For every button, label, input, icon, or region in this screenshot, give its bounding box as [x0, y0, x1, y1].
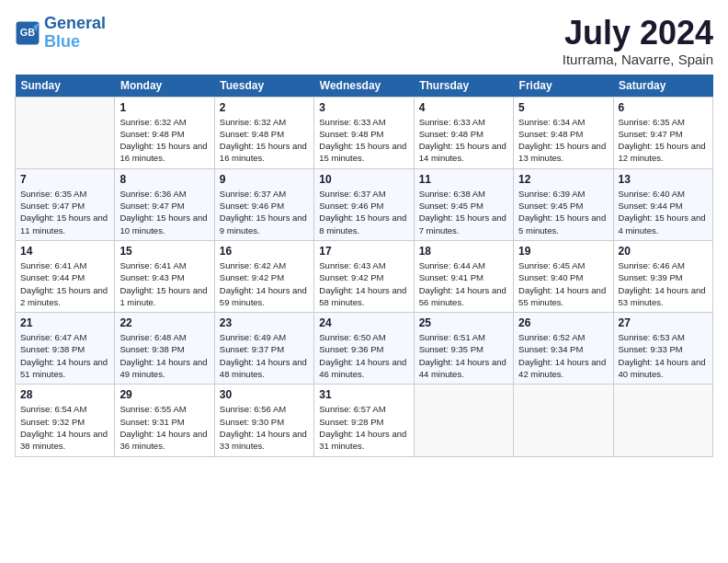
- date-number: 25: [419, 316, 508, 329]
- day-header-friday: Friday: [514, 75, 613, 98]
- date-number: 6: [619, 101, 708, 114]
- date-number: 28: [20, 388, 109, 401]
- calendar-cell: 3Sunrise: 6:33 AMSunset: 9:48 PMDaylight…: [314, 97, 414, 168]
- month-title: July 2024: [563, 15, 713, 52]
- svg-text:GB: GB: [20, 27, 35, 38]
- cell-details: Sunrise: 6:50 AMSunset: 9:36 PMDaylight:…: [319, 331, 408, 380]
- week-row-1: 1Sunrise: 6:32 AMSunset: 9:48 PMDaylight…: [16, 97, 713, 168]
- calendar-cell: 7Sunrise: 6:35 AMSunset: 9:47 PMDaylight…: [16, 168, 115, 240]
- calendar-cell: 9Sunrise: 6:37 AMSunset: 9:46 PMDaylight…: [214, 168, 313, 240]
- calendar-cell: 21Sunrise: 6:47 AMSunset: 9:38 PMDayligh…: [16, 313, 115, 385]
- calendar-cell: 27Sunrise: 6:53 AMSunset: 9:33 PMDayligh…: [613, 313, 712, 385]
- calendar-cell: 1Sunrise: 6:32 AMSunset: 9:48 PMDaylight…: [115, 97, 214, 168]
- calendar-cell: 18Sunrise: 6:44 AMSunset: 9:41 PMDayligh…: [414, 240, 513, 312]
- calendar-cell: 11Sunrise: 6:38 AMSunset: 9:45 PMDayligh…: [414, 168, 513, 240]
- calendar-cell: 22Sunrise: 6:48 AMSunset: 9:38 PMDayligh…: [115, 313, 214, 385]
- date-number: 5: [518, 101, 608, 114]
- calendar-cell: 17Sunrise: 6:43 AMSunset: 9:42 PMDayligh…: [314, 240, 414, 312]
- cell-details: Sunrise: 6:55 AMSunset: 9:31 PMDaylight:…: [119, 403, 209, 452]
- date-number: 29: [119, 388, 209, 401]
- calendar-cell: 2Sunrise: 6:32 AMSunset: 9:48 PMDaylight…: [214, 97, 313, 168]
- date-number: 14: [20, 245, 109, 258]
- date-number: 10: [319, 173, 408, 186]
- calendar-cell: 24Sunrise: 6:50 AMSunset: 9:36 PMDayligh…: [314, 313, 414, 385]
- date-number: 20: [619, 245, 708, 258]
- cell-details: Sunrise: 6:39 AMSunset: 9:45 PMDaylight:…: [518, 188, 608, 236]
- calendar-cell: 23Sunrise: 6:49 AMSunset: 9:37 PMDayligh…: [214, 313, 313, 385]
- date-number: 16: [220, 245, 309, 258]
- cell-details: Sunrise: 6:37 AMSunset: 9:46 PMDaylight:…: [220, 188, 309, 236]
- calendar-cell: 29Sunrise: 6:55 AMSunset: 9:31 PMDayligh…: [115, 385, 214, 456]
- logo-icon: GB: [15, 20, 40, 46]
- date-number: 12: [518, 173, 608, 186]
- week-row-3: 14Sunrise: 6:41 AMSunset: 9:44 PMDayligh…: [16, 240, 713, 312]
- date-number: 17: [319, 245, 408, 258]
- calendar-cell: 19Sunrise: 6:45 AMSunset: 9:40 PMDayligh…: [514, 240, 613, 312]
- cell-details: Sunrise: 6:32 AMSunset: 9:48 PMDaylight:…: [220, 116, 309, 165]
- cell-details: Sunrise: 6:46 AMSunset: 9:39 PMDaylight:…: [619, 259, 708, 308]
- cell-details: Sunrise: 6:41 AMSunset: 9:44 PMDaylight:…: [20, 259, 109, 308]
- logo-text: General Blue: [44, 15, 106, 52]
- calendar-cell: [414, 385, 513, 456]
- calendar-cell: 12Sunrise: 6:39 AMSunset: 9:45 PMDayligh…: [514, 168, 613, 240]
- location-title: Iturrama, Navarre, Spain: [563, 52, 713, 67]
- date-number: 2: [220, 101, 309, 114]
- date-number: 27: [619, 316, 708, 329]
- cell-details: Sunrise: 6:32 AMSunset: 9:48 PMDaylight:…: [119, 116, 209, 165]
- calendar-cell: 5Sunrise: 6:34 AMSunset: 9:48 PMDaylight…: [514, 97, 613, 168]
- cell-details: Sunrise: 6:35 AMSunset: 9:47 PMDaylight:…: [619, 116, 708, 165]
- date-number: 3: [319, 101, 408, 114]
- date-number: 23: [220, 316, 309, 329]
- day-header-wednesday: Wednesday: [314, 75, 414, 98]
- cell-details: Sunrise: 6:43 AMSunset: 9:42 PMDaylight:…: [319, 259, 408, 308]
- day-header-sunday: Sunday: [16, 75, 115, 98]
- calendar-cell: 10Sunrise: 6:37 AMSunset: 9:46 PMDayligh…: [314, 168, 414, 240]
- calendar-cell: 16Sunrise: 6:42 AMSunset: 9:42 PMDayligh…: [214, 240, 313, 312]
- cell-details: Sunrise: 6:44 AMSunset: 9:41 PMDaylight:…: [419, 259, 508, 308]
- day-header-saturday: Saturday: [613, 75, 712, 98]
- date-number: 13: [619, 173, 708, 186]
- date-number: 18: [419, 245, 508, 258]
- date-number: 19: [518, 245, 608, 258]
- calendar-cell: 25Sunrise: 6:51 AMSunset: 9:35 PMDayligh…: [414, 313, 513, 385]
- date-number: 15: [119, 245, 209, 258]
- calendar-cell: 4Sunrise: 6:33 AMSunset: 9:48 PMDaylight…: [414, 97, 513, 168]
- cell-details: Sunrise: 6:47 AMSunset: 9:38 PMDaylight:…: [20, 331, 109, 380]
- cell-details: Sunrise: 6:51 AMSunset: 9:35 PMDaylight:…: [419, 331, 508, 380]
- date-number: 31: [319, 388, 408, 401]
- date-number: 24: [319, 316, 408, 329]
- calendar-cell: 15Sunrise: 6:41 AMSunset: 9:43 PMDayligh…: [115, 240, 214, 312]
- day-header-tuesday: Tuesday: [214, 75, 313, 98]
- cell-details: Sunrise: 6:53 AMSunset: 9:33 PMDaylight:…: [619, 331, 708, 380]
- cell-details: Sunrise: 6:41 AMSunset: 9:43 PMDaylight:…: [119, 259, 209, 308]
- cell-details: Sunrise: 6:45 AMSunset: 9:40 PMDaylight:…: [518, 259, 608, 308]
- cell-details: Sunrise: 6:48 AMSunset: 9:38 PMDaylight:…: [119, 331, 209, 380]
- logo-line2: Blue: [44, 32, 80, 51]
- cell-details: Sunrise: 6:54 AMSunset: 9:32 PMDaylight:…: [20, 403, 109, 452]
- day-header-thursday: Thursday: [414, 75, 513, 98]
- day-header-monday: Monday: [115, 75, 214, 98]
- page-header: GB General Blue July 2024 Iturrama, Nava…: [15, 15, 713, 67]
- calendar-cell: [514, 385, 613, 456]
- cell-details: Sunrise: 6:56 AMSunset: 9:30 PMDaylight:…: [220, 403, 309, 452]
- cell-details: Sunrise: 6:37 AMSunset: 9:46 PMDaylight:…: [319, 188, 408, 236]
- cell-details: Sunrise: 6:52 AMSunset: 9:34 PMDaylight:…: [518, 331, 608, 380]
- cell-details: Sunrise: 6:57 AMSunset: 9:28 PMDaylight:…: [319, 403, 408, 452]
- logo-line1: General: [44, 14, 106, 32]
- cell-details: Sunrise: 6:33 AMSunset: 9:48 PMDaylight:…: [319, 116, 408, 165]
- cell-details: Sunrise: 6:36 AMSunset: 9:47 PMDaylight:…: [119, 188, 209, 236]
- date-number: 9: [220, 173, 309, 186]
- date-number: 26: [518, 316, 608, 329]
- cell-details: Sunrise: 6:35 AMSunset: 9:47 PMDaylight:…: [20, 188, 109, 236]
- calendar-cell: 30Sunrise: 6:56 AMSunset: 9:30 PMDayligh…: [214, 385, 313, 456]
- calendar-cell: 14Sunrise: 6:41 AMSunset: 9:44 PMDayligh…: [16, 240, 115, 312]
- week-row-5: 28Sunrise: 6:54 AMSunset: 9:32 PMDayligh…: [16, 385, 713, 456]
- calendar-cell: [613, 385, 712, 456]
- cell-details: Sunrise: 6:42 AMSunset: 9:42 PMDaylight:…: [220, 259, 309, 308]
- cell-details: Sunrise: 6:49 AMSunset: 9:37 PMDaylight:…: [220, 331, 309, 380]
- week-row-2: 7Sunrise: 6:35 AMSunset: 9:47 PMDaylight…: [16, 168, 713, 240]
- calendar-cell: 8Sunrise: 6:36 AMSunset: 9:47 PMDaylight…: [115, 168, 214, 240]
- date-number: 22: [119, 316, 209, 329]
- date-number: 30: [220, 388, 309, 401]
- cell-details: Sunrise: 6:33 AMSunset: 9:48 PMDaylight:…: [419, 116, 508, 165]
